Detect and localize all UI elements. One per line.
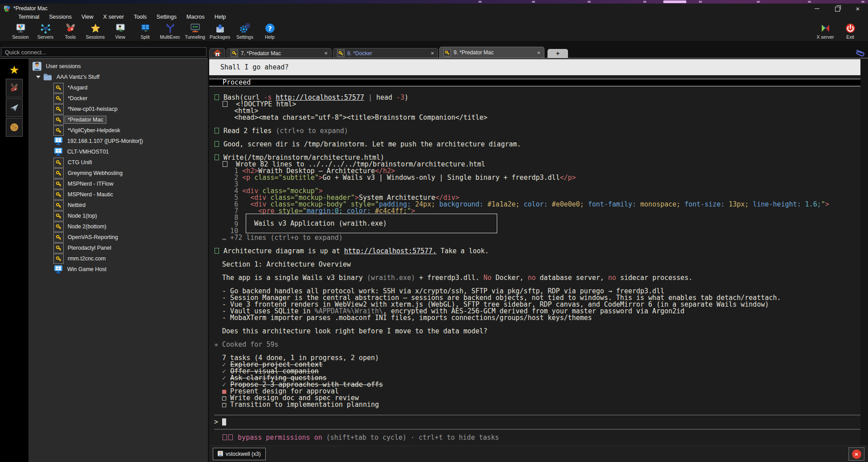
- tab-session-8[interactable]: 8. *Docker×: [333, 48, 438, 58]
- chevron-down-icon[interactable]: [34, 76, 43, 78]
- proceed-option[interactable]: Proceed: [209, 79, 860, 86]
- toolbar-settings-button[interactable]: Settings: [232, 21, 257, 41]
- toolbar-tunneling-button[interactable]: Tunneling: [183, 21, 207, 41]
- toolbar-servers-button[interactable]: Servers: [33, 21, 58, 41]
- tree-item--asgard[interactable]: *Asgard: [28, 82, 208, 93]
- attachment-paperclip-icon[interactable]: [856, 46, 866, 57]
- toolbar-view-button[interactable]: View: [108, 21, 133, 41]
- minimize-button[interactable]: [807, 4, 827, 13]
- terminal-line: - MobaXTerm importer parses .mobaconf IN…: [214, 315, 860, 321]
- tree-item-ctg-unifi[interactable]: CTG Unifi: [28, 157, 208, 168]
- text-segment: The app is a single Wails v3 binary: [214, 274, 367, 282]
- quick-connect-input[interactable]: Quick connect...: [1, 47, 207, 57]
- tree-item-node-2-bottom-[interactable]: Node 2(bottom): [28, 221, 208, 232]
- toolbar-label: Tools: [65, 34, 76, 40]
- toolbar-exit-button[interactable]: Exit: [838, 21, 863, 41]
- new-tab-button[interactable]: +: [548, 49, 568, 58]
- tab-close-icon[interactable]: ×: [324, 50, 328, 57]
- tree-item-192-168-1-107-ups-monitor-[interactable]: 192.168.1.107 ([UPS-Monitor]): [28, 136, 208, 146]
- restore-button[interactable]: [827, 4, 848, 13]
- key-icon: [53, 126, 64, 136]
- title-bar[interactable]: *Predator Mac ×: [0, 4, 868, 13]
- tab-close-icon[interactable]: ×: [537, 49, 540, 56]
- rail-globe-button[interactable]: [6, 118, 23, 137]
- menu-macros[interactable]: Macros: [182, 13, 210, 21]
- tree-item--vigilcyber-helpdesk[interactable]: *VigilCyber-Helpdesk: [28, 125, 208, 136]
- tree-item-rmm-t2cnc-com[interactable]: rmm.t2cnc.com: [28, 253, 208, 264]
- menu-settings[interactable]: Settings: [152, 13, 182, 21]
- shell-session-tab[interactable]: vstockwell (x3): [213, 448, 266, 460]
- menu-sessions[interactable]: Sessions: [44, 13, 77, 21]
- background-dot: [532, 1, 535, 3]
- tree-item--docker[interactable]: *Docker: [28, 93, 208, 104]
- tree-item-netbird[interactable]: Netbird: [28, 200, 208, 211]
- background-dot: [479, 1, 482, 3]
- toolbar-packages-button[interactable]: Packages: [207, 21, 232, 41]
- terminal-bottom-bar: vstockwell (x3) ×: [209, 446, 868, 462]
- tab-session-9[interactable]: 9. *Predator Mac×: [439, 47, 544, 58]
- tab-session-7[interactable]: 7. *Predator Mac×: [227, 48, 332, 58]
- toolbar-label: MultiExec: [160, 34, 180, 40]
- text-segment: + freerdp3.dll.: [415, 274, 484, 282]
- terminal-output: Bash(curl -s http://localhost:57577 | he…: [214, 88, 860, 408]
- toolbar-split-button[interactable]: Split: [133, 21, 158, 41]
- text-segment: Architecture diagram is up at: [219, 247, 344, 255]
- text-segment: -3: [396, 93, 404, 101]
- tree-item-aaa-vantz-s-stuff[interactable]: AAA Vantz's Stuff: [28, 72, 208, 82]
- text-segment: (wraith.exe): [367, 274, 415, 282]
- tab-home[interactable]: [209, 48, 225, 58]
- tree-item-mspnerd-mautic[interactable]: MSPNerd - Mautic: [28, 189, 208, 200]
- menu-view[interactable]: View: [77, 13, 98, 21]
- terminal-scrollbar[interactable]: [860, 59, 868, 446]
- tree-item--new-cp01-heistacp[interactable]: *New-cp01-heistacp: [28, 104, 208, 114]
- tab-close-icon[interactable]: ×: [430, 50, 434, 57]
- tree-item-openvas-reporting[interactable]: OpenVAS-Reporting: [28, 232, 208, 243]
- folder-icon: [43, 73, 53, 81]
- menu-terminal[interactable]: Terminal: [13, 13, 44, 21]
- toolbar-multiexec-button[interactable]: MultiExec: [158, 21, 183, 41]
- knife-icon: [9, 83, 20, 93]
- text-segment: [214, 434, 222, 442]
- text-segment: database server,: [535, 274, 608, 282]
- terminal-line: 2 <p class="subtitle">Go + Wails v3 | Wi…: [214, 174, 860, 181]
- background-highlight: [663, 0, 686, 3]
- key-icon: [445, 50, 450, 55]
- shell-session-label: vstockwell (x3): [226, 451, 261, 457]
- tree-item-pterodactyl-panel[interactable]: Pterodactyl Panel: [28, 243, 208, 253]
- toolbar-x-server-button[interactable]: X server: [813, 21, 838, 41]
- tree-item-greyming-webhosting[interactable]: Greyming Webhosting: [28, 168, 208, 178]
- rail-plane-button[interactable]: [6, 98, 23, 117]
- prompt-row[interactable]: >: [214, 417, 226, 427]
- rail-star-button[interactable]: ★: [6, 62, 23, 78]
- tree-item-win-game-host[interactable]: Win Game Host: [28, 264, 208, 275]
- tree-item-user-sessions[interactable]: User sessions: [28, 61, 208, 72]
- toolbar-help-button[interactable]: ?Help: [257, 21, 282, 41]
- tree-item-mspnerd-itflow[interactable]: MSPNerd - ITFlow: [28, 178, 208, 189]
- close-terminal-button[interactable]: ×: [848, 447, 864, 461]
- tree-item-label: *New-cp01-heistacp: [68, 106, 118, 112]
- tree-item-clt-vmhost01[interactable]: CLT-VMHOST01: [28, 146, 208, 157]
- close-button[interactable]: ×: [848, 4, 868, 13]
- key-icon: [56, 106, 61, 112]
- menu-x-server[interactable]: X server: [98, 13, 129, 21]
- toolbar-label: Exit: [846, 34, 854, 40]
- toolbar-tools-button[interactable]: Tools: [58, 21, 83, 41]
- tool-bullet-icon: [215, 128, 219, 134]
- menu-tools[interactable]: Tools: [129, 13, 151, 21]
- result-corner-icon: [223, 161, 227, 167]
- text-segment: </p>: [560, 174, 576, 182]
- key-icon: [53, 104, 64, 114]
- toolbar-session-button[interactable]: Session: [8, 21, 33, 41]
- key-icon: [53, 83, 64, 93]
- tree-item-label: *Predator Mac: [65, 116, 106, 124]
- menu-help[interactable]: Help: [210, 13, 231, 21]
- split-icon: [140, 23, 151, 34]
- tree-item--predator-mac[interactable]: *Predator Mac: [28, 114, 208, 125]
- text-segment: (shift+tab to cycle): [326, 434, 407, 442]
- terminal-line: [214, 335, 860, 341]
- toolbar-sessions-button[interactable]: Sessions: [83, 21, 108, 41]
- tree-item-node-1-top-[interactable]: Node 1(top): [28, 211, 208, 221]
- tool-bullet-icon: [215, 154, 219, 160]
- window-title: *Predator Mac: [13, 5, 48, 12]
- rail-knife-button[interactable]: [6, 79, 23, 97]
